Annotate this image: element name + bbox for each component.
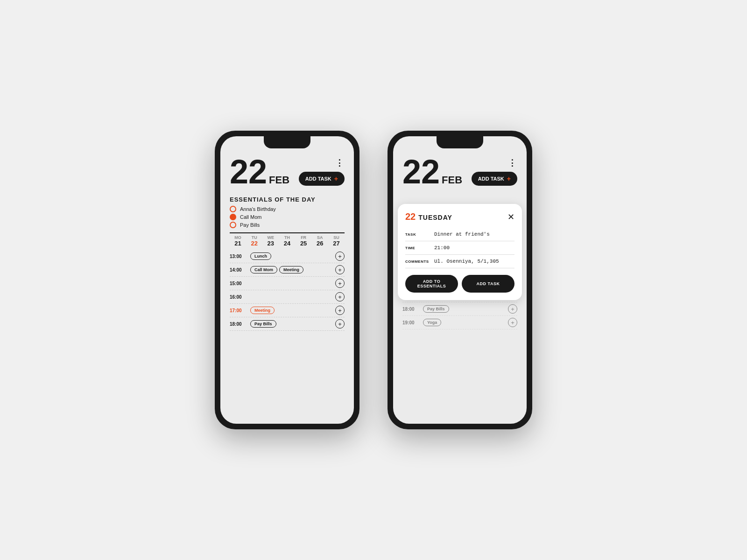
add-slot-1300[interactable]: +	[335, 252, 345, 261]
modal-day-name: TUESDAY	[418, 214, 452, 221]
week-label-th: TH	[284, 235, 290, 240]
time-label-p2-1900: 19:00	[402, 320, 419, 325]
tag-lunch[interactable]: Lunch	[250, 252, 271, 260]
time-label-1600: 16:00	[230, 294, 247, 300]
week-sa[interactable]: SA 26	[312, 235, 328, 247]
time-slot-1500: 15:00 +	[230, 277, 345, 290]
modal-day-num: 22	[405, 211, 416, 222]
essential-item-1: Call Mom	[230, 214, 345, 220]
week-label-su: SU	[333, 235, 339, 240]
week-su[interactable]: SU 27	[328, 235, 345, 247]
week-num-tu: 22	[251, 240, 257, 247]
time-slot-1700: 17:00 Meeting +	[230, 304, 345, 317]
modal-actions: ADD TO ESSENTIALS ADD TASK	[405, 275, 514, 293]
add-task-button-1[interactable]: ADD TASK +	[299, 172, 345, 186]
week-label-we: WE	[268, 235, 275, 240]
time-slot-1300: 13:00 Lunch +	[230, 250, 345, 263]
tags-1300: Lunch	[250, 252, 331, 260]
add-to-essentials-button[interactable]: ADD TO ESSENTIALS	[405, 275, 458, 293]
week-label-tu: TU	[252, 235, 257, 240]
task-modal: 22 TUESDAY ✕ TASK Dinner at friend's TIM…	[398, 204, 522, 300]
time-label-p2-1800: 18:00	[402, 307, 419, 312]
week-label-mo: MO	[234, 235, 241, 240]
time-label-1400: 14:00	[230, 267, 247, 273]
phone-1: 22 FEB ⋮ ADD TASK + ESSENTIALS OF THE DA…	[215, 131, 359, 429]
phone-notch-1	[264, 136, 310, 148]
tag-meeting-1700[interactable]: Meeting	[250, 307, 275, 314]
week-num-fr: 25	[300, 240, 307, 247]
plus-icon-1: +	[334, 175, 338, 182]
time-slot-p2-1900: 19:00 Yoga +	[402, 316, 517, 329]
time-field-label: TIME	[405, 245, 430, 250]
modal-field-task: TASK Dinner at friend's	[405, 228, 514, 241]
time-field-value: 21:00	[434, 245, 450, 251]
phone-notch-2	[437, 136, 483, 148]
time-slot-p2-1800: 18:00 Pay Bills +	[402, 302, 517, 316]
phone-screen-1: 22 FEB ⋮ ADD TASK + ESSENTIALS OF THE DA…	[220, 136, 354, 424]
task-field-label: TASK	[405, 231, 430, 237]
circle-filled-icon-1	[230, 214, 236, 220]
add-slot-1700[interactable]: +	[335, 306, 345, 315]
dots-menu-1[interactable]: ⋮	[335, 158, 345, 168]
modal-date: 22 TUESDAY	[405, 211, 452, 222]
tag-p2-yoga: Yoga	[423, 319, 441, 326]
date-block-1: 22 FEB	[230, 155, 289, 189]
time-slots-1: 13:00 Lunch + 14:00 Call Mom Meeting	[230, 250, 345, 416]
essential-text-2: Pay Bills	[240, 222, 260, 228]
time-label-1500: 15:00	[230, 281, 247, 286]
add-slot-1500[interactable]: +	[335, 279, 345, 288]
essential-item-2: Pay Bills	[230, 222, 345, 228]
date-month-1: FEB	[269, 174, 289, 186]
add-p2-1900: +	[508, 318, 517, 327]
tag-paybills-1800[interactable]: Pay Bills	[250, 320, 276, 328]
add-slot-1400[interactable]: +	[335, 265, 345, 274]
header-2: 22 FEB ⋮ ADD TASK +	[402, 155, 517, 189]
header-right-1: ⋮ ADD TASK +	[299, 155, 345, 186]
comments-field-value: Ul. Osenniya, 5/1,305	[434, 259, 499, 264]
week-we[interactable]: WE 23	[262, 235, 279, 247]
header-right-2: ⋮ ADD TASK +	[472, 155, 517, 186]
week-tu[interactable]: TU 22	[246, 235, 262, 247]
time-slot-1400: 14:00 Call Mom Meeting +	[230, 263, 345, 277]
task-field-value: Dinner at friend's	[434, 231, 490, 237]
tags-1800: Pay Bills	[250, 320, 331, 328]
essentials-title-1: ESSENTIALS OF THE DAY	[230, 196, 345, 203]
tag-p2-paybills: Pay Bills	[423, 305, 449, 313]
date-block-2: 22 FEB	[402, 155, 462, 189]
tags-1400: Call Mom Meeting	[250, 266, 331, 273]
modal-field-time: TIME 21:00	[405, 241, 514, 255]
tag-callmom[interactable]: Call Mom	[250, 266, 277, 273]
modal-field-comments: COMMENTS Ul. Osenniya, 5/1,305	[405, 255, 514, 268]
week-num-th: 24	[284, 240, 290, 247]
modal-header: 22 TUESDAY ✕	[405, 211, 514, 222]
add-p2-1800: +	[508, 304, 517, 314]
comments-field-label: COMMENTS	[405, 259, 430, 264]
essentials-list-1: Anna's Birthday Call Mom Pay Bills	[230, 206, 345, 230]
essential-text-1: Call Mom	[240, 214, 261, 220]
phone-2: 22 FEB ⋮ ADD TASK + 14:00	[388, 131, 532, 429]
week-th[interactable]: TH 24	[279, 235, 295, 247]
time-slot-1600: 16:00 +	[230, 290, 345, 304]
week-row-1: MO 21 TU 22 WE 23 TH 24	[230, 235, 345, 247]
week-num-sa: 26	[317, 240, 323, 247]
date-month-2: FEB	[442, 174, 462, 186]
week-fr[interactable]: FR 25	[296, 235, 312, 247]
circle-empty-icon-0	[230, 206, 236, 212]
phone-screen-2: 22 FEB ⋮ ADD TASK + 14:00	[393, 136, 527, 424]
essential-text-0: Anna's Birthday	[240, 206, 276, 212]
add-slot-1800[interactable]: +	[335, 319, 345, 329]
week-mo[interactable]: MO 21	[230, 235, 246, 247]
add-task-modal-button[interactable]: ADD TASK	[462, 275, 514, 293]
close-button[interactable]: ✕	[507, 212, 514, 222]
tags-p2-1800: Pay Bills	[423, 305, 504, 313]
time-label-1700: 17:00	[230, 308, 247, 313]
add-task-button-2[interactable]: ADD TASK +	[472, 172, 517, 186]
circle-empty-icon-2	[230, 222, 236, 228]
add-slot-1600[interactable]: +	[335, 292, 345, 301]
tags-p2-1900: Yoga	[423, 319, 504, 326]
plus-icon-2: +	[507, 175, 511, 182]
week-label-fr: FR	[301, 235, 306, 240]
week-num-su: 27	[333, 240, 339, 247]
dots-menu-2[interactable]: ⋮	[508, 158, 517, 168]
tag-meeting-1400[interactable]: Meeting	[279, 266, 303, 273]
